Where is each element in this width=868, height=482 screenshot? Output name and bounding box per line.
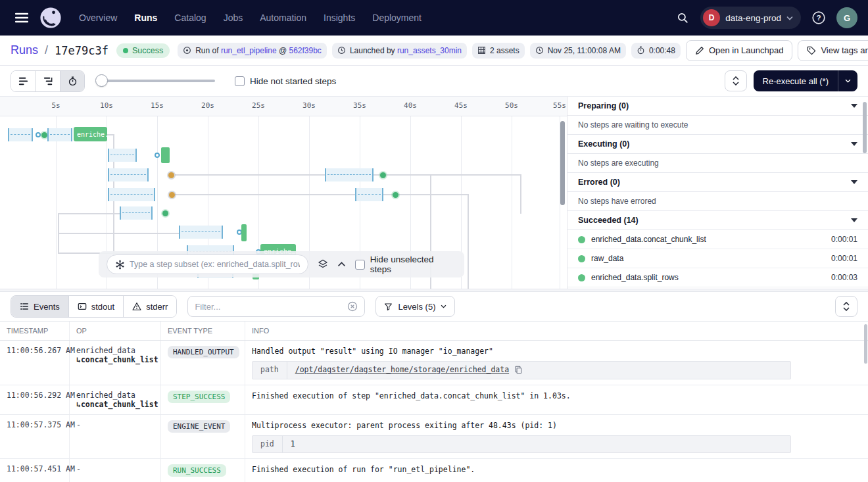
open-in-launchpad-button[interactable]: Open in Launchpad	[686, 40, 792, 61]
nav-item-overview[interactable]: Overview	[79, 12, 117, 23]
step-row[interactable]: enriched_data.split_rows0:00:03	[567, 268, 868, 287]
workspace-switcher[interactable]: D data-eng-prod	[700, 7, 801, 29]
reexecute-all-label[interactable]: Re-execute all (*)	[754, 70, 838, 91]
copy-icon[interactable]	[514, 366, 523, 374]
tag-link[interactable]: 562f39bc	[289, 46, 321, 55]
hide-not-started-checkbox[interactable]	[235, 76, 245, 86]
event-row[interactable]: 11:00:56.292 AMenriched_data↳concat_chun…	[0, 385, 868, 415]
event-row[interactable]: 11:00:57.451 AM-RUN_SUCCESSFinished exec…	[0, 459, 868, 482]
gantt-waiting-box[interactable]	[355, 188, 383, 201]
steps-section-header[interactable]: Executing (0)	[567, 135, 868, 154]
gantt-waiting-box[interactable]	[47, 128, 72, 141]
gantt-waiting-box[interactable]	[179, 226, 223, 239]
chevron-up-icon[interactable]	[337, 262, 346, 267]
gantt-tick-label: 10s	[100, 101, 113, 110]
gantt-output-marker[interactable]	[169, 192, 175, 198]
gantt-success-marker[interactable]	[380, 172, 386, 178]
steps-section-header[interactable]: Succeeded (14)	[567, 211, 868, 230]
gantt-waiting-box[interactable]	[325, 168, 374, 181]
event-type-cell: RUN_SUCCESS	[161, 459, 245, 482]
gantt-waiting-box[interactable]	[108, 188, 155, 201]
tab-Events[interactable]: Events	[11, 296, 68, 317]
step-row[interactable]: enriched_data.process_chunk [1]0:00:01	[567, 287, 868, 289]
step-row[interactable]: enriched_data.concat_chunk_list0:00:01	[567, 230, 868, 249]
hamburger-menu-icon[interactable]	[11, 7, 33, 29]
section-collapse-caret-icon[interactable]	[851, 142, 857, 146]
log-filter-input[interactable]	[195, 302, 342, 312]
event-type-badge: STEP_SUCCESS	[168, 391, 230, 403]
event-column-header: TIMESTAMP	[0, 322, 70, 340]
dagster-logo[interactable]	[39, 7, 62, 29]
metadata-value-link[interactable]: /opt/dagster/dagster_home/storage/enrich…	[295, 364, 509, 375]
step-subset-input[interactable]	[130, 260, 300, 269]
step-subset-overlay: Hide unselected steps	[99, 251, 464, 277]
nav-item-deployment[interactable]: Deployment	[372, 12, 422, 23]
gantt-waiting-box[interactable]	[108, 149, 137, 162]
gantt-tick-label: 25s	[252, 101, 265, 110]
steps-section-header[interactable]: Preparing (0)	[567, 97, 868, 116]
nav-item-catalog[interactable]: Catalog	[174, 12, 206, 23]
section-collapse-caret-icon[interactable]	[851, 104, 857, 108]
gantt-waiting-box[interactable]	[120, 206, 153, 220]
filter-funnel-icon	[384, 302, 393, 311]
event-row[interactable]: 11:00:57.375 AM-ENGINE_EVENTMultiprocess…	[0, 415, 868, 460]
gantt-success-marker[interactable]	[41, 132, 47, 138]
run-tags: Run of run_etl_pipeline @ 562f39bcLaunch…	[178, 43, 681, 59]
nav-item-automation[interactable]: Automation	[260, 12, 306, 23]
zoom-slider-knob[interactable]	[95, 74, 108, 87]
clock-icon	[535, 46, 544, 55]
breadcrumb-runs-link[interactable]: Runs	[11, 43, 38, 57]
gantt-waiting-box[interactable]	[8, 128, 33, 141]
gantt-success-marker[interactable]	[162, 210, 168, 216]
section-collapse-caret-icon[interactable]	[851, 180, 857, 184]
gantt-tick-label: 30s	[302, 101, 316, 110]
gantt-layout-segmented-control	[11, 70, 85, 92]
gantt-step-bar[interactable]	[161, 147, 170, 163]
gantt-waiting-box[interactable]	[108, 168, 149, 181]
layers-icon[interactable]	[318, 259, 328, 270]
event-timestamp: 11:00:56.267 AM	[0, 341, 70, 385]
user-avatar[interactable]: G	[836, 7, 857, 28]
gantt-success-marker[interactable]	[393, 192, 398, 198]
steps-section-header[interactable]: Errored (0)	[567, 173, 868, 192]
gantt-step-bar[interactable]	[241, 224, 247, 241]
steps-panel-scrollbar[interactable]	[863, 102, 867, 153]
layout-waterfall-icon[interactable]	[36, 71, 60, 91]
log-panel-resize-button[interactable]	[835, 296, 857, 317]
stderr-icon	[132, 302, 141, 311]
event-log-scrollbar[interactable]	[864, 324, 867, 364]
levels-dropdown[interactable]: Levels (5)	[375, 296, 455, 317]
gantt-scrollbar[interactable]	[560, 121, 565, 205]
gantt-step-bar-labeled[interactable]: enriche.	[74, 127, 107, 141]
layout-timed-icon[interactable]	[60, 71, 84, 91]
gantt-connector	[520, 174, 521, 214]
nav-item-runs[interactable]: Runs	[134, 12, 157, 23]
layout-flat-icon[interactable]	[11, 71, 36, 91]
event-metadata-table: path/opt/dagster/dagster_home/storage/en…	[252, 361, 791, 379]
reexecute-caret-button[interactable]	[838, 70, 857, 91]
metadata-key: pid	[253, 436, 283, 452]
tab-stdout[interactable]: stdout	[68, 296, 123, 317]
reexecute-all-button[interactable]: Re-execute all (*)	[754, 70, 857, 91]
nav-item-jobs[interactable]: Jobs	[224, 12, 243, 23]
gantt-chart: 5s10s15s20s25s30s35s40s45s50s55s enriche…	[0, 97, 567, 289]
step-row[interactable]: raw_data0:00:01	[567, 249, 868, 268]
tag-link[interactable]: run_assets_30min	[397, 46, 462, 55]
event-row[interactable]: 11:00:56.267 AMenriched_data↳concat_chun…	[0, 341, 868, 385]
tag-link[interactable]: run_etl_pipeline	[221, 46, 277, 55]
zoom-slider[interactable]	[97, 80, 215, 82]
search-icon[interactable]	[671, 7, 694, 29]
view-tags-config-button[interactable]: View tags and config	[798, 40, 868, 61]
hide-unselected-checkbox[interactable]	[355, 260, 365, 270]
clear-filter-icon[interactable]	[347, 301, 358, 312]
steps-section-empty: No steps have errored	[567, 192, 868, 211]
tab-stderr[interactable]: stderr	[123, 296, 176, 317]
help-icon[interactable]: ?	[808, 7, 830, 29]
nav-item-insights[interactable]: Insights	[324, 12, 355, 23]
panel-resize-button[interactable]	[725, 70, 747, 91]
gantt-output-marker[interactable]	[168, 172, 174, 178]
section-collapse-caret-icon[interactable]	[851, 218, 857, 222]
gantt-start-marker[interactable]	[36, 132, 41, 137]
gantt-connector	[398, 194, 469, 195]
gantt-start-marker[interactable]	[155, 153, 160, 158]
